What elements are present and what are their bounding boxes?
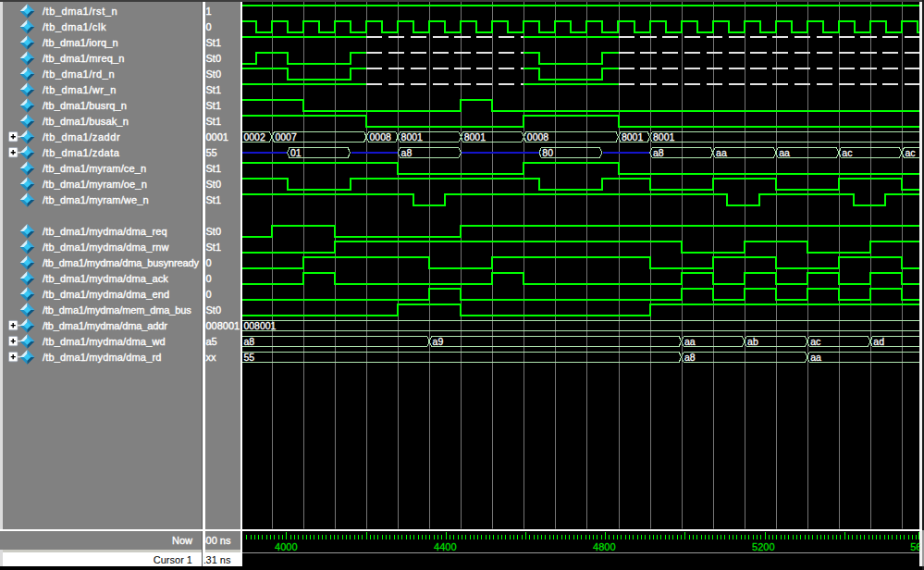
- svg-text:0008: 0008: [370, 131, 392, 142]
- svg-text:St1: St1: [206, 37, 222, 48]
- svg-text:/tb_dma1/mydma/dma_addr: /tb_dma1/mydma/dma_addr: [43, 320, 167, 331]
- svg-text:4131 ns: 4131 ns: [194, 554, 231, 565]
- svg-text:/tb_dma1/zdata: /tb_dma1/zdata: [43, 147, 120, 158]
- svg-text:8001: 8001: [653, 131, 675, 142]
- svg-text:/tb_dma1/myram/oe_n: /tb_dma1/myram/oe_n: [43, 179, 147, 190]
- svg-text:/tb_dma1/rd_n: /tb_dma1/rd_n: [43, 68, 115, 80]
- svg-text:a8: a8: [684, 352, 696, 363]
- svg-text:a8: a8: [243, 336, 254, 347]
- svg-text:a9: a9: [433, 336, 444, 347]
- svg-text:/tb_dma1/mydma/dma_end: /tb_dma1/mydma/dma_end: [43, 289, 169, 300]
- svg-text:/tb_dma1/myram/ce_n: /tb_dma1/myram/ce_n: [43, 163, 146, 174]
- svg-text:a8: a8: [653, 147, 664, 158]
- svg-text:8001: 8001: [401, 131, 424, 142]
- svg-text:0008: 0008: [527, 131, 549, 142]
- svg-text:ad: ad: [873, 336, 884, 347]
- svg-text:4400: 4400: [434, 541, 456, 552]
- svg-text:8001: 8001: [464, 131, 487, 142]
- svg-text:St0: St0: [206, 179, 222, 190]
- svg-text:/tb_dma1/clk: /tb_dma1/clk: [43, 21, 106, 32]
- svg-text:St1: St1: [206, 194, 222, 205]
- svg-text:/tb_dma1/myram/we_n: /tb_dma1/myram/we_n: [43, 194, 149, 205]
- svg-text:ac: ac: [905, 147, 915, 158]
- svg-text:/tb_dma1/mydma/dma_rd: /tb_dma1/mydma/dma_rd: [43, 352, 161, 363]
- svg-text:1: 1: [206, 6, 212, 17]
- svg-text:St1: St1: [206, 100, 222, 111]
- svg-text:/tb_dma1/mydma/mem_dma_bus: /tb_dma1/mydma/mem_dma_bus: [43, 304, 191, 316]
- svg-text:5600 ns: 5600 ns: [194, 535, 231, 546]
- svg-text:80: 80: [542, 147, 553, 158]
- svg-text:/tb_dma1/mreq_n: /tb_dma1/mreq_n: [43, 53, 124, 64]
- svg-text:55: 55: [243, 352, 254, 363]
- svg-text:0: 0: [206, 273, 212, 284]
- svg-text:a5: a5: [206, 336, 217, 347]
- svg-text:St0: St0: [206, 226, 222, 237]
- svg-text:0007: 0007: [275, 131, 297, 142]
- svg-text:/tb_dma1/mydma/dma_req: /tb_dma1/mydma/dma_req: [43, 226, 167, 237]
- svg-text:5600: 5600: [910, 541, 924, 552]
- svg-text:St1: St1: [206, 84, 222, 95]
- svg-text:Now: Now: [172, 535, 192, 546]
- svg-text:01: 01: [290, 147, 302, 158]
- svg-text:aa: aa: [684, 336, 696, 347]
- svg-text:St0: St0: [206, 53, 222, 64]
- svg-text:/tb_dma1/mydma/dma_ack: /tb_dma1/mydma/dma_ack: [43, 273, 168, 284]
- svg-text:/tb_dma1/wr_n: /tb_dma1/wr_n: [43, 84, 117, 95]
- svg-text:/tb_dma1/mydma/dma_busynready: /tb_dma1/mydma/dma_busynready: [43, 257, 200, 268]
- svg-text:/tb_dma1/busak_n: /tb_dma1/busak_n: [43, 116, 129, 127]
- svg-text:0: 0: [206, 289, 212, 300]
- svg-text:/tb_dma1/zaddr: /tb_dma1/zaddr: [43, 131, 120, 142]
- svg-text:aa: aa: [779, 147, 790, 158]
- svg-text:St1: St1: [206, 116, 222, 127]
- svg-text:4000: 4000: [275, 541, 297, 552]
- svg-text:ac: ac: [842, 147, 852, 158]
- svg-text:0002: 0002: [243, 131, 265, 142]
- svg-text:xx: xx: [206, 352, 217, 363]
- svg-text:a8: a8: [401, 147, 413, 158]
- svg-text:ab: ab: [747, 336, 758, 347]
- svg-text:0: 0: [206, 21, 212, 32]
- svg-text:/tb_dma1/mydma/dma_wd: /tb_dma1/mydma/dma_wd: [43, 336, 166, 347]
- svg-text:4800: 4800: [593, 541, 615, 552]
- svg-text:008001: 008001: [243, 320, 276, 331]
- svg-text:0: 0: [206, 257, 212, 268]
- svg-text:/tb_dma1/iorq_n: /tb_dma1/iorq_n: [43, 37, 118, 48]
- svg-text:aa: aa: [716, 147, 727, 158]
- svg-text:/tb_dma1/busrq_n: /tb_dma1/busrq_n: [43, 100, 127, 111]
- svg-text:/tb_dma1/mydma/dma_rnw: /tb_dma1/mydma/dma_rnw: [43, 242, 169, 253]
- svg-text:5200: 5200: [752, 541, 774, 552]
- svg-text:Cursor 1: Cursor 1: [154, 554, 192, 565]
- svg-text:008001: 008001: [206, 320, 240, 331]
- svg-text:8001: 8001: [622, 131, 644, 142]
- svg-text:St0: St0: [206, 304, 222, 316]
- svg-text:St1: St1: [206, 163, 222, 174]
- svg-text:0001: 0001: [206, 131, 228, 142]
- svg-text:aa: aa: [810, 352, 821, 363]
- svg-text:St0: St0: [206, 68, 222, 80]
- svg-text:ac: ac: [810, 336, 820, 347]
- svg-text:St1: St1: [206, 242, 222, 253]
- svg-text:55: 55: [206, 147, 217, 158]
- svg-text:/tb_dma1/rst_n: /tb_dma1/rst_n: [43, 6, 117, 17]
